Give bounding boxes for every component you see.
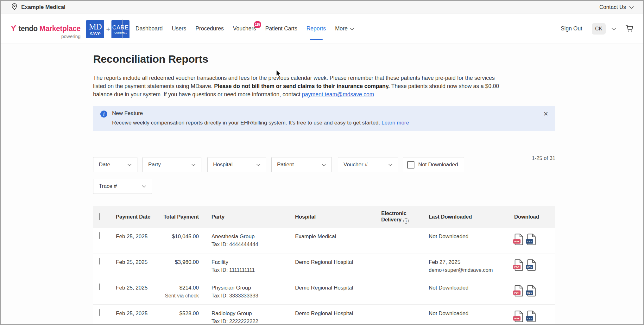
party-cell: Facility Tax ID: 1111111111 [212,258,295,274]
nav-vouchers[interactable]: Vouchers 115 [233,25,256,32]
payment-team-email-link[interactable]: payment.team@mdsave.com [302,91,374,98]
total-payment-value: $3,960.00 [175,259,199,265]
row-checkbox[interactable] [99,309,100,316]
pdf-download-icon[interactable]: PDF [514,259,524,271]
hospital-filter-label: Hospital [213,162,232,168]
chevron-down-icon[interactable] [611,26,616,32]
trace-filter-label: Trace # [99,183,117,189]
sign-out-button[interactable]: Sign Out [561,25,582,32]
table-row: Feb 25, 2025 $528.00 Radiology Group Tax… [93,305,555,325]
col-hospital: Hospital [295,214,381,220]
not-downloaded-checkbox[interactable] [407,161,414,169]
total-payment-value: $214.00 [180,285,199,291]
banner-text: Receive weekly compensation reports dire… [112,120,548,126]
csv-badge: CSV [526,290,533,295]
nav-users[interactable]: Users [172,25,186,32]
info-icon[interactable]: i [403,218,409,224]
nav-dashboard[interactable]: Dashboard [136,25,163,32]
date-filter-label: Date [99,162,110,168]
pdf-badge: PDF [513,265,521,269]
tendo-name: tendo [18,24,37,33]
not-downloaded-filter[interactable]: Not Downloaded [403,157,464,172]
page-title: Reconciliation Reports [93,53,555,65]
brand-logo[interactable]: ϒ tendo Marketplace powering MD save + C… [11,20,129,39]
last-downloaded-value: Not Downloaded [429,285,469,291]
mdsave-logo: MD save [86,20,104,38]
csv-download-icon[interactable]: CSV [527,310,536,322]
row-checkbox[interactable] [99,232,100,239]
party-cell: Anesthesia Group Tax ID: 4444444444 [212,233,295,248]
header-right: Sign Out CK [561,14,634,43]
nav-reports[interactable]: Reports [306,25,326,32]
total-payment-value: $528.00 [180,310,199,316]
pagination-range: 1-25 of 31 [532,155,555,161]
row-checkbox[interactable] [99,284,100,290]
avatar[interactable]: CK [592,23,606,35]
pdf-download-icon[interactable]: PDF [514,285,524,296]
hospital-filter-dropdown[interactable]: Hospital [207,157,266,172]
hospital-cell: Demo Regional Hospital [295,284,381,292]
nav-procedures[interactable]: Procedures [195,25,224,32]
filters-row-2: Trace # [93,179,555,194]
table-body: Feb 25, 2025 $10,045.00 Anesthesia Group… [93,228,555,325]
payment-date-cell: Feb 25, 2025 [110,310,158,317]
download-cell: PDF CSV [514,310,555,322]
nav-patient-carts[interactable]: Patient Carts [265,25,297,32]
cart-icon[interactable] [625,24,634,34]
csv-download-icon[interactable]: CSV [527,259,536,271]
pdf-badge: PDF [513,239,521,244]
active-tab-underline [310,39,323,40]
info-icon: i [100,111,107,118]
select-all-checkbox[interactable] [99,213,100,220]
csv-badge: CSV [526,316,533,321]
pdf-download-icon[interactable]: PDF [514,233,524,245]
reports-table: Payment Date Total Payment Party Hospita… [93,206,555,325]
payment-date-cell: Feb 25, 2025 [110,284,158,292]
voucher-filter-label: Voucher # [344,162,368,168]
new-feature-banner: i New Feature Receive weekly compensatio… [93,106,555,131]
col-download: Download [514,214,555,220]
contact-us-menu[interactable]: Contact Us [599,4,634,10]
vouchers-count-badge: 115 [254,21,261,28]
location-selector[interactable]: Example Medical [11,3,66,11]
hospital-cell: Demo Regional Hospital [295,258,381,266]
pdf-download-icon[interactable]: PDF [514,310,524,322]
not-downloaded-label: Not Downloaded [418,162,458,168]
main-content: Reconciliation Reports The reports inclu… [93,43,555,325]
csv-download-icon[interactable]: CSV [527,285,536,296]
main-nav: Dashboard Users Procedures Vouchers 115 … [136,14,354,43]
location-pin-icon [11,3,17,11]
col-party: Party [212,214,295,220]
nav-reports-label: Reports [306,25,326,32]
chevron-down-icon [322,162,326,168]
date-filter-dropdown[interactable]: Date [93,157,137,172]
tendo-mark-icon: ϒ [11,24,16,33]
care-bottom-text: connect [114,31,127,34]
voucher-filter-dropdown[interactable]: Voucher # [338,157,398,172]
intro-bold-text: Please do not bill them or send claims t… [214,83,390,89]
csv-download-icon[interactable]: CSV [527,233,536,245]
table-row: Feb 25, 2025 $10,045.00 Anesthesia Group… [93,228,555,253]
close-icon[interactable]: ✕ [543,111,548,117]
last-downloaded-value: Not Downloaded [429,233,469,239]
payment-date-cell: Feb 25, 2025 [110,233,158,240]
chevron-down-icon [350,25,354,32]
learn-more-link[interactable]: Learn more [382,120,409,126]
nav-more-label: More [335,25,348,32]
chevron-down-icon [142,183,146,189]
mdsave-bottom-text: save [90,30,101,36]
nav-more[interactable]: More [335,25,354,32]
csv-badge: CSV [526,239,533,244]
ed-line2: Delivery [381,217,401,222]
trace-filter-dropdown[interactable]: Trace # [93,179,152,194]
patient-filter-dropdown[interactable]: Patient [271,157,332,172]
hospital-cell: Demo Regional Hospital [295,310,381,317]
pdf-badge: PDF [513,316,521,321]
pdf-badge: PDF [513,290,521,295]
party-name: Anesthesia Group [212,233,255,239]
party-cell: Physician Group Tax ID: 3333333333 [212,284,295,299]
row-checkbox[interactable] [99,258,100,264]
last-downloaded-value: Not Downloaded [429,310,469,316]
party-filter-dropdown[interactable]: Party [142,157,201,172]
banner-title: New Feature [112,110,143,117]
